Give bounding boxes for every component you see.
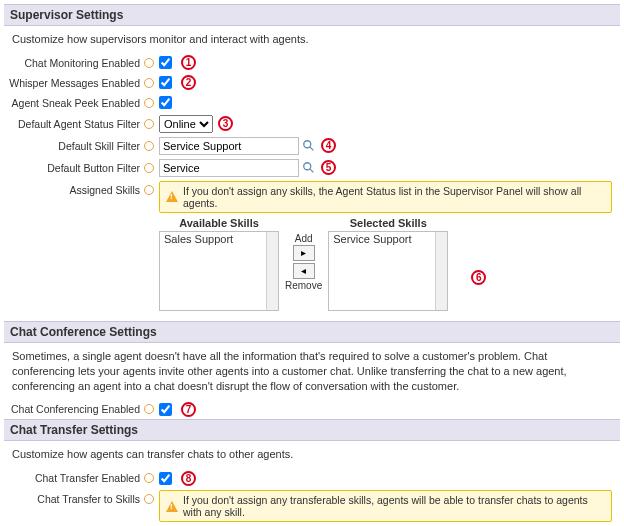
button-filter-input[interactable] [159,159,299,177]
transfer-settings-header: Chat Transfer Settings [4,419,620,441]
selected-skills-listbox[interactable]: Service Support [328,231,448,311]
available-skills-listbox[interactable]: Sales Support [159,231,279,311]
whisper-label: Whisper Messages Enabled [9,77,140,89]
svg-line-3 [310,169,314,173]
lookup-icon[interactable] [302,139,316,153]
annotation-badge: 5 [321,160,336,175]
warning-icon [166,501,178,512]
chat-monitoring-checkbox[interactable] [159,56,172,69]
add-button[interactable]: ▸ [293,245,315,261]
warning-text: If you don't assign any skills, the Agen… [183,185,605,209]
transfer-skills-warning: If you don't assign any transferable ski… [159,490,612,522]
help-icon[interactable] [144,185,154,195]
help-icon[interactable] [144,404,154,414]
sneak-peek-checkbox[interactable] [159,96,172,109]
conference-enabled-checkbox[interactable] [159,403,172,416]
transfer-enabled-checkbox[interactable] [159,472,172,485]
status-filter-select[interactable]: Online [159,115,213,133]
warning-icon [166,191,178,202]
conference-settings-header: Chat Conference Settings [4,321,620,343]
svg-line-1 [310,147,314,151]
annotation-badge: 3 [218,116,233,131]
button-filter-label: Default Button Filter [47,162,140,174]
supervisor-settings-desc: Customize how supervisors monitor and in… [4,26,620,53]
conference-enabled-label: Chat Conferencing Enabled [11,403,140,415]
help-icon[interactable] [144,473,154,483]
warning-text: If you don't assign any transferable ski… [183,494,605,518]
list-item[interactable]: Service Support [329,232,447,246]
help-icon[interactable] [144,141,154,151]
annotation-badge: 8 [181,471,196,486]
conference-settings-desc: Sometimes, a single agent doesn't have a… [4,343,620,400]
list-item[interactable]: Sales Support [160,232,278,246]
annotation-badge: 2 [181,75,196,90]
help-icon[interactable] [144,494,154,504]
annotation-badge: 7 [181,402,196,417]
remove-label: Remove [285,280,322,291]
svg-point-0 [304,141,311,148]
skill-filter-input[interactable] [159,137,299,155]
skill-filter-label: Default Skill Filter [58,140,140,152]
assigned-skills-warning: If you don't assign any skills, the Agen… [159,181,612,213]
svg-point-2 [304,163,311,170]
add-label: Add [295,233,313,244]
annotation-badge: 6 [471,270,486,285]
available-skills-title: Available Skills [159,215,279,231]
whisper-checkbox[interactable] [159,76,172,89]
help-icon[interactable] [144,98,154,108]
sneak-peek-label: Agent Sneak Peek Enabled [12,97,140,109]
remove-button[interactable]: ◂ [293,263,315,279]
status-filter-label: Default Agent Status Filter [18,118,140,130]
annotation-badge: 4 [321,138,336,153]
transfer-settings-desc: Customize how agents can transfer chats … [4,441,620,468]
lookup-icon[interactable] [302,161,316,175]
help-icon[interactable] [144,58,154,68]
annotation-badge: 1 [181,55,196,70]
assigned-skills-label: Assigned Skills [69,184,140,196]
transfer-enabled-label: Chat Transfer Enabled [35,472,140,484]
help-icon[interactable] [144,119,154,129]
selected-skills-title: Selected Skills [328,215,448,231]
transfer-skills-label: Chat Transfer to Skills [37,493,140,505]
help-icon[interactable] [144,163,154,173]
supervisor-settings-header: Supervisor Settings [4,4,620,26]
help-icon[interactable] [144,78,154,88]
chat-monitoring-label: Chat Monitoring Enabled [24,57,140,69]
